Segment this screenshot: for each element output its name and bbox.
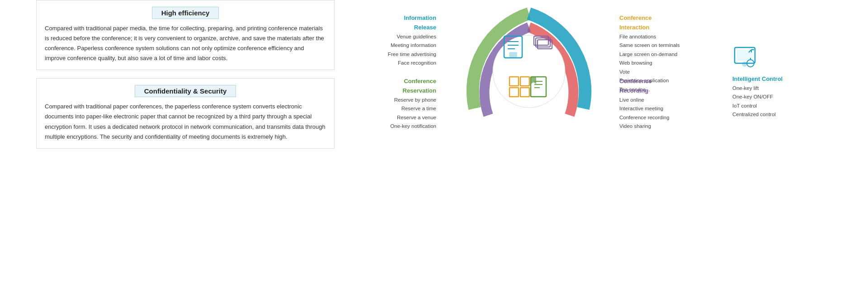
conf-interaction-item-5: Vote: [619, 68, 692, 77]
svg-point-23: [742, 62, 747, 66]
conf-recording-item-2: Interactive meeting: [619, 104, 692, 113]
diagram-wrap: InformationRelease Venue guidelines Meet…: [362, 0, 850, 149]
conf-reservation-item-1: Reserve by phone: [366, 96, 436, 105]
col-intelligent-control: Intelligent Control One-key lift One-key…: [732, 45, 805, 119]
info-release-label: InformationRelease: [366, 14, 436, 33]
info-release-item-2: Meeting information: [366, 41, 436, 50]
conf-interaction-item-1: File annotations: [619, 33, 692, 42]
intelligent-control-label: Intelligent Control: [732, 75, 805, 84]
conf-reservation-item-2: Reserve a time: [366, 104, 436, 113]
center-diagram: [434, 0, 624, 136]
conf-reservation-item-3: Reserve a venue: [366, 113, 436, 122]
feature-title-confidentiality: Confidentiality & Security: [135, 85, 236, 97]
conf-recording-label: ConferenceRecording: [619, 77, 692, 96]
feature-block-confidentiality: Confidentiality & Security Compared with…: [36, 78, 335, 148]
conf-interaction-item-3: Large screen on-demand: [619, 50, 692, 59]
conf-interaction-item-4: Web browsing: [619, 59, 692, 68]
page-wrapper: High efficiency Compared with traditiona…: [0, 0, 868, 305]
intelligent-control-item-3: IoT control: [732, 102, 805, 111]
conf-recording-item-3: Conference recording: [619, 113, 692, 122]
intelligent-control-item-1: One-key lift: [732, 84, 805, 93]
left-content: High efficiency Compared with traditiona…: [36, 0, 335, 157]
intelligent-control-icon: [732, 45, 757, 70]
feature-text-confidentiality: Compared with traditional paper conferen…: [45, 102, 326, 141]
intelligent-control-item-2: One-key ON/OFF: [732, 93, 805, 102]
conf-reservation-label: ConferenceReservation: [366, 77, 436, 96]
right-diagram: InformationRelease Venue guidelines Meet…: [362, 0, 850, 149]
info-release-item-1: Venue guidelines: [366, 33, 436, 42]
col-info-release: InformationRelease Venue guidelines Meet…: [366, 14, 436, 68]
feature-block-high-efficiency: High efficiency Compared with traditiona…: [36, 0, 335, 70]
col-conference-recording: ConferenceRecording Live online Interact…: [619, 77, 692, 131]
col-conference-reservation: ConferenceReservation Reserve by phone R…: [366, 77, 436, 131]
feature-text-high-efficiency: Compared with traditional paper media, t…: [45, 23, 326, 63]
conf-reservation-item-4: One-key notification: [366, 122, 436, 131]
main-layout: High efficiency Compared with traditiona…: [0, 0, 868, 154]
info-release-item-3: Free time advertising: [366, 50, 436, 59]
feature-title-high-efficiency: High efficiency: [152, 7, 219, 19]
conf-recording-item-1: Live online: [619, 96, 692, 105]
conf-interaction-label: ConferenceInteraction: [619, 14, 692, 33]
svg-rect-6: [509, 52, 517, 57]
conf-recording-item-4: Video sharing: [619, 122, 692, 131]
info-release-item-4: Face recognition: [366, 59, 436, 68]
conf-interaction-item-2: Same screen on terminals: [619, 41, 692, 50]
intelligent-control-item-4: Centralized control: [732, 110, 805, 119]
diagram-svg: [434, 0, 624, 136]
